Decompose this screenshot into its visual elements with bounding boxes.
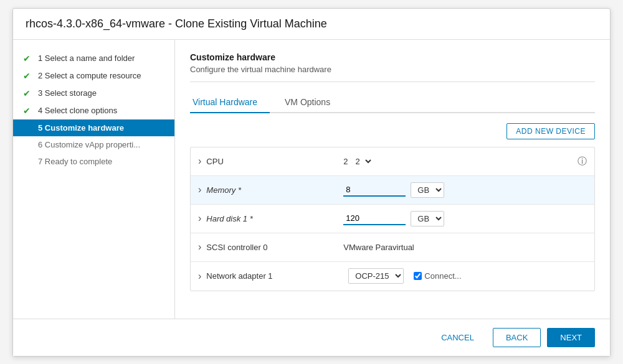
sidebar-item-step7[interactable]: 7 Ready to complete — [13, 153, 174, 170]
dialog-footer: CANCEL BACK NEXT — [13, 319, 610, 356]
hard-disk-unit-select[interactable]: GB MB TB — [411, 211, 444, 226]
cpu-row: CPU 2 2 4 8 ⓘ — [191, 147, 594, 176]
hard-disk-row: Hard disk 1 * GB MB TB — [191, 205, 594, 233]
scsi-expand-icon[interactable] — [198, 241, 201, 253]
memory-input[interactable] — [343, 184, 406, 197]
section-subtitle: Configure the virtual machine hardware — [190, 65, 595, 82]
next-button[interactable]: NEXT — [547, 328, 595, 347]
network-label: Network adapter 1 — [206, 271, 343, 281]
scsi-label: SCSI controller 0 — [206, 243, 343, 252]
check-icon-step3: ✔ — [23, 88, 33, 98]
scsi-value-area: VMware Paravirtual — [343, 243, 587, 252]
check-icon-step4: ✔ — [23, 106, 33, 116]
scsi-row: SCSI controller 0 VMware Paravirtual — [191, 233, 594, 262]
tab-bar: Virtual Hardware VM Options — [190, 92, 595, 113]
sidebar-label-step2: 2 Select a compute resource — [38, 71, 141, 80]
sidebar-item-step6[interactable]: 6 Customize vApp properti... — [13, 136, 174, 153]
sidebar: ✔ 1 Select a name and folder ✔ 2 Select … — [13, 40, 175, 319]
cpu-info-icon[interactable]: ⓘ — [578, 156, 587, 167]
section-title: Customize hardware — [190, 52, 595, 62]
sidebar-label-step7: 7 Ready to complete — [38, 157, 112, 166]
clone-vm-dialog: rhcos-4.3.0-x86_64-vmware - Clone Existi… — [12, 8, 611, 357]
cpu-label: CPU — [206, 157, 343, 166]
network-connect-checkbox[interactable] — [414, 272, 422, 280]
sidebar-label-step3: 3 Select storage — [38, 88, 97, 98]
check-icon-step1: ✔ — [23, 54, 33, 63]
memory-value-area: GB MB — [343, 182, 587, 198]
network-expand-icon[interactable] — [198, 271, 201, 282]
dialog-title: rhcos-4.3.0-x86_64-vmware - Clone Existi… — [13, 9, 610, 40]
sidebar-label-step4: 4 Select clone options — [38, 106, 117, 115]
network-connect-label: Connect... — [424, 271, 461, 281]
hard-disk-value-area: GB MB TB — [343, 211, 587, 226]
memory-row: Memory * GB MB — [191, 176, 594, 205]
cpu-select-wrap: 2 2 4 8 — [343, 155, 373, 168]
cpu-expand-icon[interactable] — [198, 156, 201, 167]
sidebar-item-step3[interactable]: ✔ 3 Select storage — [13, 85, 174, 102]
sidebar-item-step1[interactable]: ✔ 1 Select a name and folder — [13, 50, 174, 67]
dialog-body: ✔ 1 Select a name and folder ✔ 2 Select … — [13, 40, 610, 319]
cpu-value-area: 2 2 4 8 ⓘ — [343, 155, 587, 168]
check-icon-step2: ✔ — [23, 71, 33, 81]
sidebar-item-step5[interactable]: 5 Customize hardware — [13, 119, 174, 136]
sidebar-item-step2[interactable]: ✔ 2 Select a compute resource — [13, 67, 174, 85]
hardware-table: CPU 2 2 4 8 ⓘ — [190, 147, 595, 291]
memory-unit-select[interactable]: GB MB — [411, 182, 444, 198]
memory-label: Memory * — [206, 185, 343, 195]
connect-area: Connect... — [414, 271, 461, 281]
cpu-number: 2 — [343, 157, 348, 166]
cancel-button[interactable]: CANCEL — [429, 328, 487, 347]
sidebar-label-step5: 5 Customize hardware — [38, 123, 124, 133]
network-value-area: OCP-215 Connect... — [343, 268, 587, 284]
sidebar-label-step6: 6 Customize vApp properti... — [38, 140, 140, 149]
main-content: Customize hardware Configure the virtual… — [175, 40, 610, 319]
tab-vm-options[interactable]: VM Options — [282, 92, 343, 113]
network-select[interactable]: OCP-215 — [348, 268, 404, 284]
memory-expand-icon[interactable] — [198, 184, 201, 195]
scsi-value: VMware Paravirtual — [343, 243, 414, 252]
add-new-device-button[interactable]: ADD NEW DEVICE — [506, 123, 595, 139]
hard-disk-expand-icon[interactable] — [198, 213, 201, 224]
hard-disk-label: Hard disk 1 * — [206, 214, 343, 223]
network-row: Network adapter 1 OCP-215 Connect... — [191, 262, 594, 291]
tab-virtual-hardware[interactable]: Virtual Hardware — [190, 92, 270, 113]
hard-disk-input[interactable] — [343, 212, 406, 225]
sidebar-label-step1: 1 Select a name and folder — [38, 54, 135, 63]
cpu-select[interactable]: 2 4 8 — [351, 155, 373, 168]
toolbar: ADD NEW DEVICE — [190, 123, 595, 139]
sidebar-item-step4[interactable]: ✔ 4 Select clone options — [13, 102, 174, 119]
back-button[interactable]: BACK — [493, 328, 541, 347]
